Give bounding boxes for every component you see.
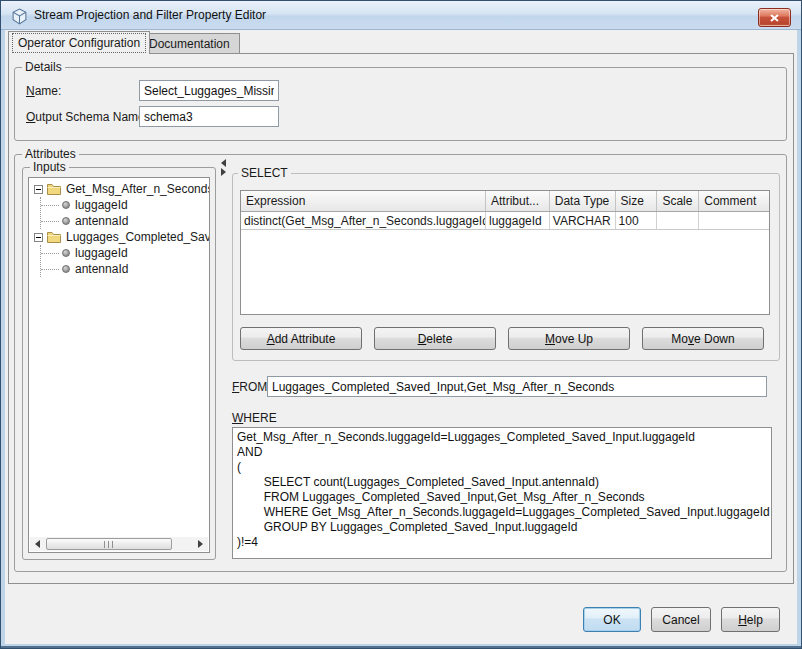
details-group-legend: Details [22, 60, 65, 74]
cell-data-type[interactable]: VARCHAR [550, 212, 616, 229]
cell-size[interactable]: 100 [616, 212, 658, 229]
tree-content: Get_Msg_After_n_Seconds luggageId antenn… [29, 178, 209, 277]
add-attribute-button[interactable]: Add Attribute [240, 327, 362, 350]
tab-operator-configuration-label: Operator Configuration [12, 33, 146, 53]
cell-expression[interactable]: distinct(Get_Msg_After_n_Seconds.luggage… [241, 212, 486, 229]
name-label: Name: [26, 84, 61, 98]
cancel-button[interactable]: Cancel [651, 607, 711, 632]
close-button[interactable] [758, 8, 791, 27]
tree-children: luggageId antennaId [40, 245, 209, 277]
where-label: WHERE [232, 411, 277, 425]
cell-comment[interactable] [699, 212, 769, 229]
tree-leaf-label: luggageId [75, 246, 128, 260]
details-group: Details [14, 67, 787, 141]
output-schema-name-input[interactable] [139, 106, 279, 127]
tree-node-luggages-completed-saved-input[interactable]: Luggages_Completed_Saved_I [29, 229, 209, 245]
splitter-expand-right-icon[interactable] [219, 167, 228, 176]
tree-leaf-luggageid[interactable]: luggageId [41, 197, 209, 213]
inputs-tree: Get_Msg_After_n_Seconds luggageId antenn… [28, 177, 210, 553]
attribute-sphere-icon [62, 249, 70, 257]
from-input[interactable] [267, 376, 767, 397]
tree-leaf-antennaid[interactable]: antennaId [41, 213, 209, 229]
column-header-attribute[interactable]: Attribut... [486, 191, 550, 211]
tab-documentation-label: Documentation [149, 37, 230, 51]
delete-button[interactable]: Delete [374, 327, 496, 350]
tree-node-get-msg-after-n-seconds[interactable]: Get_Msg_After_n_Seconds [29, 181, 209, 197]
tree-horizontal-scrollbar[interactable] [30, 537, 208, 551]
where-textarea[interactable]: Get_Msg_After_n_Seconds.luggageId=Luggag… [232, 427, 772, 559]
tree-leaf-label: antennaId [75, 214, 128, 228]
help-button[interactable]: Help [721, 607, 780, 632]
column-header-scale[interactable]: Scale [657, 191, 699, 211]
app-cube-icon [11, 8, 28, 25]
column-header-data-type[interactable]: Data Type [550, 191, 616, 211]
tab-operator-configuration[interactable]: Operator Configuration [8, 31, 150, 54]
column-header-comment[interactable]: Comment [699, 191, 769, 211]
tree-leaf-antennaid[interactable]: antennaId [41, 261, 209, 277]
scrollbar-thumb[interactable] [46, 538, 172, 550]
cell-attribute[interactable]: luggageId [486, 212, 550, 229]
move-down-button[interactable]: Move Down [642, 327, 764, 350]
tab-documentation[interactable]: Documentation [139, 33, 240, 54]
tree-expand-toggle-icon[interactable] [34, 233, 43, 242]
column-header-expression[interactable]: Expression [241, 191, 486, 211]
move-up-button[interactable]: Move Up [508, 327, 630, 350]
select-attributes-table: Expression Attribut... Data Type Size Sc… [240, 190, 770, 315]
select-group-legend: SELECT [238, 166, 291, 180]
table-button-row: Add Attribute Delete Move Up Move Down [240, 327, 764, 350]
window-frame-bottom [1, 646, 801, 648]
attribute-sphere-icon [62, 201, 70, 209]
splitter-collapse-left-icon[interactable] [219, 158, 228, 167]
tree-leaf-label: luggageId [75, 198, 128, 212]
tree-node-label: Get_Msg_After_n_Seconds [66, 182, 210, 196]
inputs-group-legend: Inputs [30, 160, 69, 174]
close-icon [770, 14, 779, 22]
scrollbar-left-arrow-icon[interactable] [30, 537, 45, 551]
tree-node-label: Luggages_Completed_Saved_I [66, 230, 210, 244]
window-title: Stream Projection and Filter Property Ed… [34, 8, 266, 22]
from-label: FROM [232, 380, 267, 394]
output-schema-name-label: Output Schema Name: [26, 110, 148, 124]
scrollbar-right-arrow-icon[interactable] [193, 537, 208, 551]
titlebar[interactable]: Stream Projection and Filter Property Ed… [1, 1, 801, 30]
attribute-sphere-icon [62, 217, 70, 225]
attributes-group-legend: Attributes [22, 147, 79, 161]
name-input[interactable] [139, 80, 279, 101]
tree-children: luggageId antennaId [40, 197, 209, 229]
ok-button[interactable]: OK [583, 607, 641, 632]
tree-leaf-luggageid[interactable]: luggageId [41, 245, 209, 261]
table-row[interactable]: distinct(Get_Msg_After_n_Seconds.luggage… [241, 212, 769, 230]
folder-icon [46, 183, 62, 196]
cell-scale[interactable] [657, 212, 699, 229]
attribute-sphere-icon [62, 265, 70, 273]
tree-expand-toggle-icon[interactable] [34, 185, 43, 194]
table-header-row: Expression Attribut... Data Type Size Sc… [241, 191, 769, 212]
tree-leaf-label: antennaId [75, 262, 128, 276]
folder-icon [46, 231, 62, 244]
dialog-body: Operator Configuration Documentation Det… [5, 30, 797, 644]
property-editor-dialog: Stream Projection and Filter Property Ed… [0, 0, 802, 649]
column-header-size[interactable]: Size [616, 191, 658, 211]
